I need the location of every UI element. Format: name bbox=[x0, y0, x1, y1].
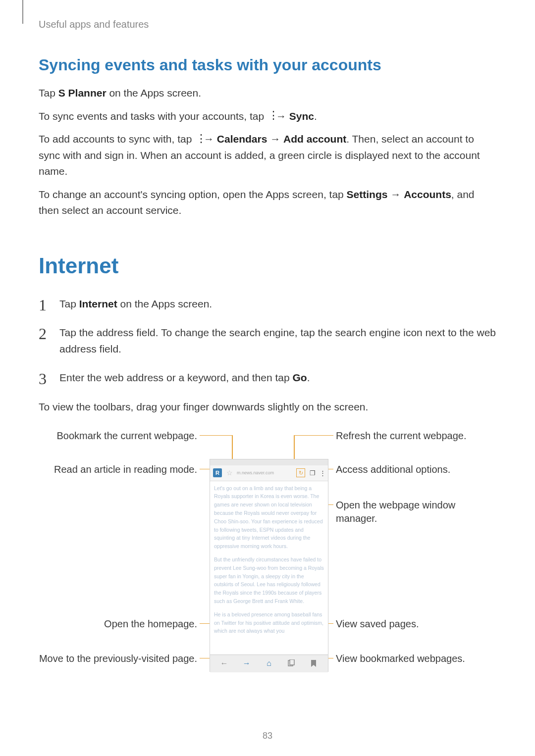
more-options-icon bbox=[268, 112, 272, 122]
more-options-icon[interactable]: ⋮ bbox=[320, 468, 325, 477]
callout-saved-pages: View saved pages. bbox=[336, 617, 494, 631]
more-options-icon bbox=[196, 135, 200, 145]
step-2: Tap the address field. To change the sea… bbox=[39, 325, 496, 357]
callout-homepage: Open the homepage. bbox=[39, 617, 197, 631]
callout-bookmark: Bookmark the current webpage. bbox=[39, 429, 197, 443]
url-field[interactable]: m.news.naver.com bbox=[237, 470, 293, 475]
phone-mockup: R ☆ m.news.naver.com ↻ ❐ ⋮ Let's go out … bbox=[210, 459, 328, 672]
window-manager-icon[interactable]: ❐ bbox=[308, 468, 317, 477]
bookmarks-icon[interactable] bbox=[308, 657, 320, 669]
step-3: Enter the web address or a keyword, and … bbox=[39, 370, 496, 386]
callout-reading-mode: Read an article in reading mode. bbox=[39, 463, 197, 476]
paragraph-change-sync: To change an account's syncing option, o… bbox=[39, 187, 496, 219]
reading-mode-icon[interactable]: R bbox=[213, 468, 222, 477]
forward-icon[interactable]: → bbox=[241, 657, 253, 669]
chapter-heading: Internet bbox=[39, 253, 496, 278]
browser-address-bar: R ☆ m.news.naver.com ↻ ❐ ⋮ bbox=[210, 465, 328, 481]
svg-rect-1 bbox=[290, 659, 294, 665]
phone-status-bar bbox=[210, 459, 328, 465]
paragraph-splanner: Tap S Planner on the Apps screen. bbox=[39, 85, 496, 101]
callout-window-manager: Open the webpage window manager. bbox=[336, 499, 494, 525]
step-1: Tap Internet on the Apps screen. bbox=[39, 296, 496, 312]
saved-pages-icon[interactable] bbox=[285, 657, 297, 669]
browser-toolbar: ← → ⌂ bbox=[210, 655, 328, 672]
breadcrumb: Useful apps and features bbox=[39, 19, 496, 30]
home-icon[interactable]: ⌂ bbox=[263, 657, 275, 669]
bookmark-star-icon[interactable]: ☆ bbox=[225, 468, 234, 477]
callout-bookmarks: View bookmarked webpages. bbox=[336, 652, 494, 665]
step-list: Tap Internet on the Apps screen. Tap the… bbox=[39, 296, 496, 386]
page-corner-rule bbox=[22, 0, 23, 24]
paragraph-sync: To sync events and tasks with your accou… bbox=[39, 108, 496, 125]
body-text: Let's go out on a limb and say that bein… bbox=[214, 484, 324, 551]
page-content: Useful apps and features Syncing events … bbox=[0, 0, 535, 716]
section-heading: Syncing events and tasks with your accou… bbox=[39, 56, 496, 74]
refresh-icon[interactable]: ↻ bbox=[296, 468, 305, 477]
webpage-content: Let's go out on a limb and say that bein… bbox=[210, 481, 328, 655]
browser-diagram: Bookmark the current webpage. Read an ar… bbox=[39, 429, 496, 697]
callout-back: Move to the previously-visited page. bbox=[39, 652, 197, 665]
body-text: But the unfriendly circumstances have fa… bbox=[214, 555, 324, 605]
paragraph-add-account: To add accounts to sync with, tap → Cale… bbox=[39, 131, 496, 180]
callout-options: Access additional options. bbox=[336, 463, 494, 476]
paragraph-toolbars: To view the toolbars, drag your finger d… bbox=[39, 399, 496, 415]
back-icon[interactable]: ← bbox=[218, 657, 230, 669]
body-text: He is a beloved presence among baseball … bbox=[214, 610, 324, 635]
callout-refresh: Refresh the current webpage. bbox=[336, 429, 494, 443]
page-number: 83 bbox=[0, 731, 535, 741]
